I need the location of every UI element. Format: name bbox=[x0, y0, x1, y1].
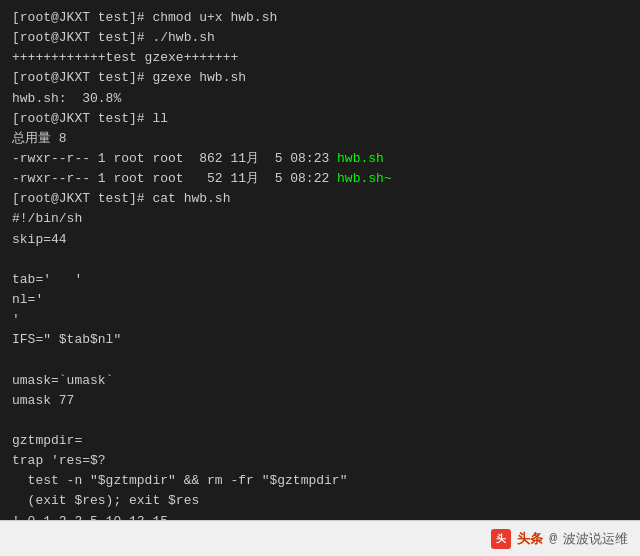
author-at: @ bbox=[549, 531, 557, 546]
footer-logo: 头 头条 @波波说运维 bbox=[491, 529, 628, 549]
terminal-line: gztmpdir= bbox=[12, 431, 628, 451]
terminal-line: [root@JKXT test]# ll bbox=[12, 109, 628, 129]
terminal-line bbox=[12, 250, 628, 270]
prompt-text: [root@JKXT test]# chmod u+x hwb.sh bbox=[12, 10, 277, 25]
terminal-line: (exit $res); exit $res bbox=[12, 491, 628, 511]
terminal-line: [root@JKXT test]# chmod u+x hwb.sh bbox=[12, 8, 628, 28]
terminal-line: [root@JKXT test]# gzexe hwb.sh bbox=[12, 68, 628, 88]
terminal-line: -rwxr--r-- 1 root root 862 11月 5 08:23 h… bbox=[12, 149, 628, 169]
terminal-line: skip=44 bbox=[12, 230, 628, 250]
terminal-line: ' 0 1 2 3 5 10 13 15 bbox=[12, 512, 628, 520]
terminal-line bbox=[12, 350, 628, 370]
footer-bar: 头 头条 @波波说运维 bbox=[0, 520, 640, 556]
platform-icon: 头 bbox=[491, 529, 511, 549]
filename-backup-highlight: hwb.sh~ bbox=[337, 171, 392, 186]
filename-highlight: hwb.sh bbox=[337, 151, 384, 166]
terminal-line: ' bbox=[12, 310, 628, 330]
terminal-line: umask=`umask` bbox=[12, 371, 628, 391]
platform-label: 头条 bbox=[517, 530, 543, 548]
terminal-line: ++++++++++++test gzexe+++++++ bbox=[12, 48, 628, 68]
terminal-line: umask 77 bbox=[12, 391, 628, 411]
author-name: 波波说运维 bbox=[563, 530, 628, 548]
terminal-line: -rwxr--r-- 1 root root 52 11月 5 08:22 hw… bbox=[12, 169, 628, 189]
terminal-line: IFS=" $tab$nl" bbox=[12, 330, 628, 350]
terminal-line: tab=' ' bbox=[12, 270, 628, 290]
terminal-line: nl=' bbox=[12, 290, 628, 310]
terminal-line: test -n "$gztmpdir" && rm -fr "$gztmpdir… bbox=[12, 471, 628, 491]
terminal-line: 总用量 8 bbox=[12, 129, 628, 149]
terminal-line bbox=[12, 411, 628, 431]
terminal-line: [root@JKXT test]# ./hwb.sh bbox=[12, 28, 628, 48]
terminal-line: #!/bin/sh bbox=[12, 209, 628, 229]
terminal-line: trap 'res=$? bbox=[12, 451, 628, 471]
terminal-line: hwb.sh: 30.8% bbox=[12, 89, 628, 109]
terminal-line: [root@JKXT test]# cat hwb.sh bbox=[12, 189, 628, 209]
terminal-window: [root@JKXT test]# chmod u+x hwb.sh [root… bbox=[0, 0, 640, 520]
